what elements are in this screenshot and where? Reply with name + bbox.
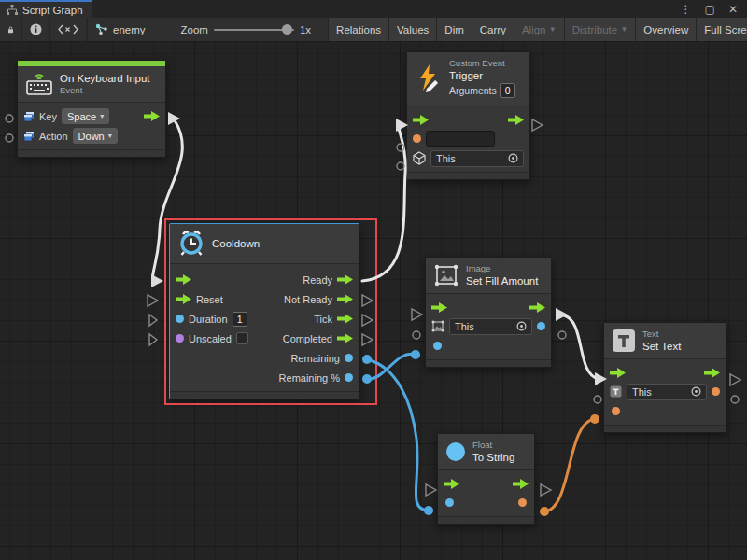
flow-row — [413, 111, 524, 129]
target-object-dropdown[interactable]: This — [627, 384, 707, 400]
graph-name: enemy — [113, 24, 146, 35]
node-footer — [604, 425, 726, 432]
flow-input-port[interactable] — [444, 479, 459, 489]
key-value: Space — [67, 111, 96, 122]
flow-row — [610, 364, 720, 382]
target-row: This — [610, 382, 720, 401]
keyboard-icon — [25, 72, 53, 96]
fill-amount-input-port[interactable] — [433, 342, 442, 350]
event-name-field[interactable] — [426, 131, 495, 147]
value-row — [610, 401, 720, 421]
object-picker-icon[interactable] — [691, 386, 701, 397]
overview-button[interactable]: Overview — [636, 18, 697, 41]
align-button: Align ▼ — [514, 18, 565, 41]
action-port-label: Action — [39, 131, 68, 142]
dim-label: Dim — [444, 24, 463, 35]
press-state-icon — [23, 131, 35, 142]
key-port-label: Key — [39, 111, 57, 122]
node-title: On Keyboard Input — [60, 72, 150, 85]
full-screen-label: Full Screen — [704, 24, 747, 35]
relations-label: Relations — [336, 24, 381, 35]
chevron-down-icon: ▾ — [108, 132, 112, 140]
tab-script-graph[interactable]: Script Graph — [0, 0, 92, 18]
node-on-keyboard-input[interactable]: On Keyboard Input Event Key Space ▾ — [17, 60, 166, 158]
chevron-down-icon: ▼ — [549, 25, 557, 34]
node-title: Trigger — [449, 69, 515, 82]
flow-output-port[interactable] — [144, 111, 160, 121]
node-footer — [407, 172, 529, 179]
object-picker-icon[interactable] — [508, 153, 518, 163]
node-header: Float To String — [438, 434, 534, 470]
text-component-icon — [612, 329, 636, 353]
zoom-slider-handle[interactable] — [282, 24, 292, 35]
node-text-set-text[interactable]: Text Set Text This — [603, 322, 726, 433]
float-input-port[interactable] — [445, 498, 454, 507]
port-row-key: Key Space ▾ — [23, 106, 160, 126]
script-graph-window: Script Graph ⋮ ▢ ✕ — [0, 0, 747, 560]
inspect-button[interactable] — [22, 18, 50, 41]
target-object-dropdown[interactable]: This — [430, 150, 524, 167]
target-object-dropdown[interactable]: This — [449, 318, 532, 335]
node-float-to-string[interactable]: Float To String — [437, 433, 535, 525]
distribute-label: Distribute — [572, 24, 618, 35]
action-dropdown[interactable]: Down ▾ — [73, 128, 118, 144]
close-icon[interactable]: ✕ — [728, 3, 738, 16]
flow-input-port[interactable] — [413, 115, 429, 125]
node-header: Custom Event Trigger Arguments 0 — [407, 52, 529, 105]
zoom-control: Zoom 1x — [174, 18, 319, 41]
flow-output-port[interactable] — [529, 302, 545, 313]
action-value: Down — [78, 131, 105, 142]
node-subtitle: Event — [60, 85, 150, 96]
distribute-button: Distribute ▼ — [565, 18, 637, 41]
string-input-port[interactable] — [413, 134, 421, 143]
node-custom-event-trigger[interactable]: Custom Event Trigger Arguments 0 — [406, 51, 530, 180]
lock-button[interactable] — [0, 18, 22, 41]
graph-icon — [7, 5, 18, 16]
more-icon[interactable]: ⋮ — [681, 3, 692, 16]
float-icon — [445, 441, 466, 462]
flow-output-port[interactable] — [513, 479, 529, 489]
keycode-icon — [23, 111, 35, 122]
values-button[interactable]: Values — [389, 18, 437, 41]
node-title: Set Text — [642, 340, 681, 353]
relations-button[interactable]: Relations — [328, 18, 389, 41]
node-footer — [18, 149, 165, 157]
image-component-icon — [433, 263, 459, 287]
port-row-action: Action Down ▾ — [23, 126, 160, 146]
carry-button[interactable]: Carry — [472, 18, 514, 41]
graph-breadcrumb[interactable]: enemy — [88, 18, 153, 41]
text-input-port[interactable] — [612, 407, 620, 415]
target-value: This — [632, 386, 691, 398]
flow-row — [431, 299, 545, 316]
gameobject-cube-icon — [413, 151, 426, 165]
text-icon-small — [610, 385, 622, 398]
target-value: This — [436, 153, 508, 164]
align-label: Align — [522, 24, 546, 35]
node-image-set-fill-amount[interactable]: Image Set Fill Amount This — [425, 257, 552, 368]
arguments-field[interactable]: 0 — [500, 83, 515, 98]
event-name-row — [413, 129, 524, 148]
flow-output-port[interactable] — [704, 368, 720, 378]
code-preview-button[interactable] — [50, 18, 87, 41]
dim-button[interactable]: Dim — [437, 18, 472, 41]
flow-row — [444, 475, 529, 493]
node-category: Float — [472, 440, 514, 451]
maximize-icon[interactable]: ▢ — [705, 3, 715, 16]
key-dropdown[interactable]: Space ▾ — [62, 108, 109, 124]
value-row — [444, 493, 529, 512]
flow-output-port[interactable] — [508, 115, 524, 125]
text-output-port[interactable] — [712, 387, 720, 396]
image-output-port[interactable] — [537, 322, 545, 330]
object-picker-icon[interactable] — [516, 321, 527, 331]
graph-toolbar: enemy Zoom 1x Relations Values Dim Carry… — [0, 18, 747, 42]
zoom-slider[interactable] — [214, 29, 294, 31]
carry-label: Carry — [480, 24, 506, 35]
full-screen-button[interactable]: Full Screen — [697, 18, 747, 41]
flow-input-port[interactable] — [431, 302, 447, 313]
target-value: This — [455, 321, 516, 332]
node-title: To String — [472, 451, 514, 464]
flow-input-port[interactable] — [610, 368, 626, 378]
chevron-down-icon: ▾ — [100, 112, 104, 120]
string-output-port[interactable] — [518, 498, 527, 507]
target-row: This — [431, 316, 545, 336]
